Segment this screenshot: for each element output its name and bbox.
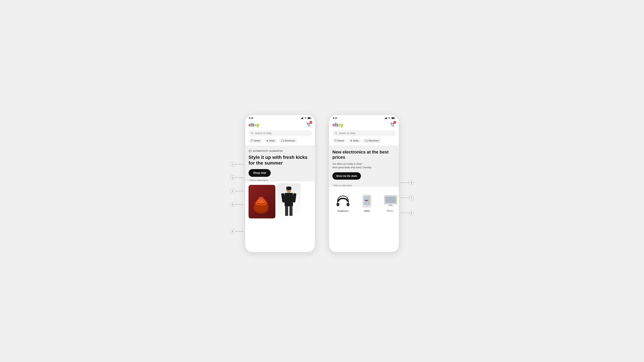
svg-rect-23: [285, 206, 288, 216]
logo-a-2: a: [338, 122, 340, 128]
annotation-6: 6: [400, 180, 414, 185]
svg-line-10: [253, 134, 254, 134]
svg-point-34: [392, 126, 392, 126]
svg-rect-27: [385, 118, 385, 119]
headphones-label: Headphones: [337, 210, 349, 212]
product-row-2: Headphones: [329, 188, 399, 214]
headphones-icon-2: [365, 140, 368, 142]
svg-point-8: [310, 126, 310, 126]
phone2-content: 9:15: [329, 115, 399, 214]
heart-icon-2: [334, 140, 337, 142]
tablets-label: Tablets: [364, 210, 370, 212]
annotation-circle-8: 8: [409, 210, 414, 216]
svg-rect-0: [301, 118, 301, 119]
fashion-card-person: [277, 183, 300, 217]
svg-rect-28: [386, 118, 386, 119]
svg-rect-2: [302, 118, 303, 119]
cart-button-2[interactable]: 9: [390, 122, 396, 128]
app-header-2: ebay 9: [329, 120, 399, 130]
signal-icon-1: [301, 117, 303, 119]
svg-rect-42: [336, 203, 340, 206]
full-page: 1 2 3 4 5: [230, 110, 414, 252]
svg-rect-6: [311, 118, 311, 118]
banner-title-1: Style it up with fresh kicks for the sum…: [248, 154, 312, 166]
saved-button-1[interactable]: Saved: [248, 138, 262, 143]
annotation-line-3: [235, 191, 244, 191]
banner-desc-line1: Hot offers are ready to shop*.: [332, 162, 363, 165]
person-silhouette: [280, 186, 297, 217]
banner-area-1: AUTHENTICITY GUARANTEE Style it up with …: [245, 146, 315, 182]
time-1: 9:15: [249, 117, 253, 119]
signal-icon-2: [385, 117, 387, 119]
headphones-icon-1: [281, 140, 284, 142]
shop-now-button-1[interactable]: Shop now: [248, 169, 271, 177]
cart-button-1[interactable]: 9: [306, 122, 312, 128]
deals-button-2[interactable]: Deals: [348, 138, 361, 143]
battery-icon-2: [392, 117, 395, 119]
tablets-card[interactable]: Tablets: [356, 191, 378, 214]
annotation-2: 2: [230, 175, 244, 180]
search-icon-2: [335, 132, 338, 134]
search-icon-1: [251, 132, 254, 134]
annotation-circle-7: 7: [409, 195, 414, 200]
annotation-line-1: [235, 164, 244, 164]
annotation-3: 3: [230, 188, 244, 194]
search-bar-2[interactable]: [332, 130, 396, 136]
logo-e: e: [248, 122, 251, 128]
svg-rect-22: [284, 193, 293, 206]
svg-line-37: [336, 134, 338, 134]
show-deals-button-2[interactable]: Show me the deals: [332, 172, 361, 180]
deals-button-1[interactable]: Deals: [264, 138, 277, 143]
battery-icon-1: [308, 117, 311, 119]
logo-y: y: [257, 122, 260, 128]
deals-label-1: Deals: [269, 140, 275, 142]
ebay-logo-2: ebay: [332, 122, 343, 128]
svg-rect-24: [290, 206, 292, 216]
saved-button-2[interactable]: Saved: [332, 138, 346, 143]
svg-point-49: [368, 200, 369, 201]
cart-badge-2: 9: [394, 121, 396, 124]
svg-rect-38: [365, 141, 366, 142]
electronics-button-1[interactable]: Electronics: [279, 138, 298, 143]
bolt-icon-2: [350, 140, 352, 142]
quick-links-2: Saved Deals Electron: [329, 138, 399, 146]
disclaimer-2: * Only on select items.: [332, 184, 396, 187]
phone1-group: 1 2 3 4 5: [230, 115, 315, 252]
svg-rect-53: [388, 206, 393, 206]
svg-point-7: [308, 126, 308, 126]
saved-label-2: Saved: [338, 140, 344, 142]
headphones-img: [336, 194, 350, 208]
flatscreen-card[interactable]: Flat scr...: [380, 191, 399, 214]
bolt-icon-1: [266, 140, 268, 142]
phone2: 9:15: [329, 115, 399, 252]
electronics-button-2[interactable]: Electronics: [362, 138, 382, 143]
search-bar-1[interactable]: [248, 130, 312, 136]
flatscreen-label: Flat scr...: [387, 210, 394, 212]
annotation-4: 4: [230, 202, 244, 207]
search-input-1[interactable]: [255, 132, 309, 134]
search-input-2[interactable]: [339, 132, 393, 134]
flatscreen-product-icon: [384, 195, 397, 207]
annotation-line-5: [235, 231, 244, 232]
phone1-content: 9:15: [245, 115, 315, 218]
annotation-line-4: [235, 204, 244, 205]
svg-rect-3: [303, 117, 303, 119]
heart-icon-1: [250, 140, 253, 142]
svg-point-48: [366, 200, 368, 201]
logo-y-2: y: [340, 122, 343, 128]
svg-rect-29: [386, 118, 386, 119]
flatscreen-img: [383, 194, 398, 208]
svg-rect-54: [386, 197, 396, 203]
headphones-card[interactable]: Headphones: [332, 191, 354, 214]
svg-rect-43: [346, 203, 350, 206]
status-bar-2: 9:15: [329, 115, 399, 120]
svg-rect-30: [387, 117, 387, 119]
svg-point-19: [260, 197, 263, 198]
fashion-card-bag: [248, 185, 276, 218]
tablet-product-icon: [362, 194, 372, 208]
authenticity-tag-1: AUTHENTICITY GUARANTEE: [248, 150, 312, 152]
annotation-1: 1: [230, 162, 244, 167]
svg-rect-5: [308, 118, 310, 118]
bag-illustration: [250, 189, 272, 214]
annotation-circle-4: 4: [230, 202, 235, 207]
